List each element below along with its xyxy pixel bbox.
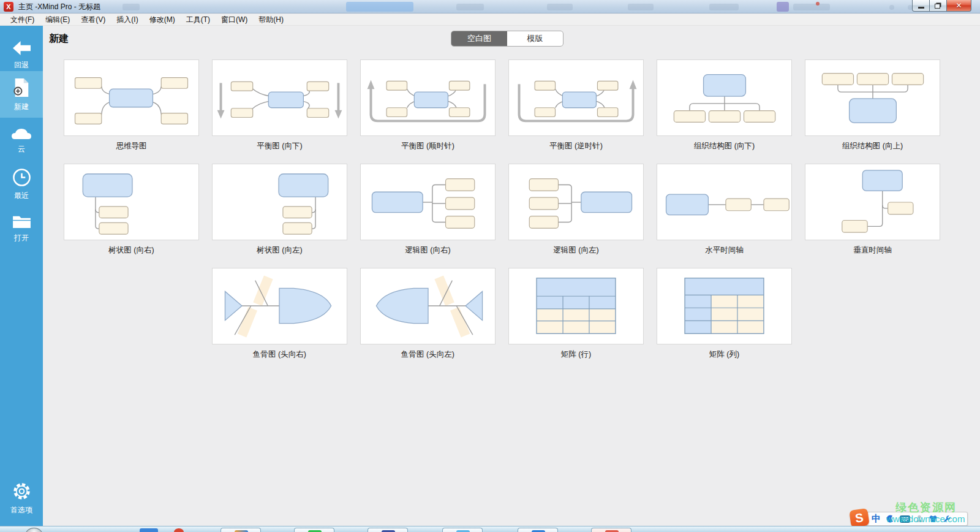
menu-edit[interactable]: 编辑(E) [40, 15, 75, 25]
sidebar-item-open[interactable]: 打开 [0, 208, 43, 249]
template-card-fishbone-right[interactable]: 鱼骨图 (头向右) [212, 268, 347, 372]
sidebar-item-new[interactable]: 新建 [0, 71, 43, 118]
menu-insert[interactable]: 插入(I) [111, 15, 143, 25]
balance-counterclockwise-thumbnail [508, 59, 644, 136]
template-label: 树状图 (向左) [212, 245, 347, 256]
tree-left-thumbnail [212, 164, 347, 240]
cloud-icon [10, 126, 32, 140]
tab-blank-charts[interactable]: 空白图 [451, 31, 507, 46]
template-label: 矩阵 (列) [657, 349, 792, 360]
mind-map-thumbnail [64, 59, 199, 136]
template-card-tree-left[interactable]: 树状图 (向左) [212, 164, 347, 268]
template-label: 平衡图 (向下) [212, 141, 347, 151]
sidebar-item-recent[interactable]: 最近 [0, 163, 43, 206]
sogou-ime-logo[interactable]: S [849, 508, 870, 528]
titlebar-ghost [123, 4, 140, 10]
sidebar: 回退 新建 云 最近 打开 [0, 26, 43, 526]
restore-button[interactable] [930, 0, 947, 12]
template-card-balance-counterclockwise[interactable]: 平衡图 (逆时针) [508, 59, 644, 164]
sidebar-item-label: 云 [18, 144, 25, 154]
org-chart-down-thumbnail [657, 59, 792, 136]
menu-modify[interactable]: 修改(M) [144, 15, 181, 25]
sidebar-item-label: 最近 [14, 191, 29, 201]
matrix-columns-thumbnail [657, 268, 792, 344]
gear-icon [12, 481, 32, 501]
close-icon: ✕ [956, 1, 962, 10]
template-grid: 思维导图 平衡图 (向下) [64, 59, 940, 372]
start-button[interactable] [26, 528, 42, 532]
sidebar-item-preferences[interactable]: 首选项 [0, 476, 43, 520]
titlebar-ghost [777, 2, 789, 12]
template-card-org-chart-up[interactable]: 组织结构图 (向上) [805, 59, 940, 164]
fishbone-right-thumbnail [212, 268, 347, 344]
titlebar-ghost [889, 5, 894, 10]
tree-right-thumbnail [64, 164, 199, 240]
template-card-tree-right[interactable]: 树状图 (向右) [64, 164, 199, 268]
menu-file[interactable]: 文件(F) [5, 15, 40, 25]
taskbar-button[interactable] [591, 528, 631, 532]
view-tabs: 空白图 模版 [451, 31, 564, 47]
ime-language-indicator[interactable]: 中 [872, 513, 881, 525]
taskbar-pinned-icon[interactable] [174, 528, 184, 532]
taskbar-button[interactable] [294, 528, 334, 532]
back-arrow-icon [12, 40, 32, 56]
sidebar-item-label: 首选项 [10, 505, 32, 515]
titlebar-ghost [346, 2, 413, 12]
menu-view[interactable]: 查看(V) [75, 15, 111, 25]
template-card-timeline-horizontal[interactable]: 水平时间轴 [657, 164, 792, 268]
template-card-logic-right[interactable]: 逻辑图 (向右) [360, 164, 496, 268]
xmind-home-window: X 主页 -XMind Pro - 无标题 ✕ 文件(F) 编辑(E) 查看(V… [0, 0, 980, 532]
titlebar-ghost [793, 4, 830, 10]
taskbar [0, 526, 980, 532]
template-label: 平衡图 (逆时针) [508, 141, 644, 151]
new-document-icon [12, 77, 31, 98]
tab-templates[interactable]: 模版 [507, 31, 563, 46]
template-card-logic-left[interactable]: 逻辑图 (向左) [508, 164, 644, 268]
title-bar[interactable]: X 主页 -XMind Pro - 无标题 ✕ [0, 0, 980, 13]
folder-icon [12, 214, 32, 229]
template-label: 树状图 (向右) [64, 245, 199, 256]
template-card-timeline-vertical[interactable]: 垂直时间轴 [805, 164, 940, 268]
menu-tools[interactable]: 工具(T) [181, 15, 216, 25]
template-card-balance-clockwise[interactable]: 平衡图 (顺时针) [360, 59, 496, 164]
template-label: 逻辑图 (向右) [360, 245, 496, 256]
timeline-horizontal-thumbnail [657, 164, 792, 240]
template-card-mind-map[interactable]: 思维导图 [64, 59, 199, 164]
taskbar-button[interactable] [221, 528, 261, 532]
sidebar-item-label: 打开 [14, 233, 29, 243]
template-card-fishbone-left[interactable]: 鱼骨图 (头向左) [360, 268, 496, 372]
template-card-org-chart-down[interactable]: 组织结构图 (向下) [657, 59, 792, 164]
org-chart-up-thumbnail [805, 59, 940, 136]
template-card-balance-down[interactable]: 平衡图 (向下) [212, 59, 347, 164]
template-label: 平衡图 (顺时针) [360, 141, 496, 151]
sidebar-item-back[interactable]: 回退 [0, 31, 43, 74]
sidebar-item-label: 回退 [14, 60, 29, 70]
titlebar-ghost [816, 2, 820, 6]
sidebar-item-cloud[interactable]: 云 [0, 120, 43, 160]
restore-icon [935, 4, 940, 9]
menu-window[interactable]: 窗口(W) [216, 15, 253, 25]
template-label: 水平时间轴 [657, 245, 792, 256]
template-label: 组织结构图 (向上) [805, 141, 940, 151]
logic-left-thumbnail [508, 164, 644, 240]
minimize-icon [918, 7, 924, 9]
watermark-url: www.downace.com [886, 514, 965, 524]
template-card-matrix-rows[interactable]: 矩阵 (行) [508, 268, 644, 372]
template-card-matrix-columns[interactable]: 矩阵 (列) [657, 268, 792, 372]
taskbar-button[interactable] [368, 528, 408, 532]
clock-icon [12, 168, 31, 187]
template-label: 思维导图 [64, 141, 199, 151]
template-label: 垂直时间轴 [805, 245, 940, 256]
window-title: 主页 -XMind Pro - 无标题 [18, 2, 100, 12]
template-label: 矩阵 (行) [508, 349, 644, 360]
menu-help[interactable]: 帮助(H) [253, 15, 289, 25]
taskbar-pinned-icon[interactable] [140, 528, 158, 532]
balance-clockwise-thumbnail [360, 59, 496, 136]
main-content: 新建 空白图 模版 思维导图 [43, 26, 980, 526]
close-button[interactable]: ✕ [947, 0, 971, 12]
taskbar-button[interactable] [442, 528, 483, 532]
sidebar-item-label: 新建 [14, 102, 29, 112]
minimize-button[interactable] [912, 0, 930, 12]
menu-bar: 文件(F) 编辑(E) 查看(V) 插入(I) 修改(M) 工具(T) 窗口(W… [0, 14, 980, 26]
taskbar-button[interactable] [518, 528, 558, 532]
